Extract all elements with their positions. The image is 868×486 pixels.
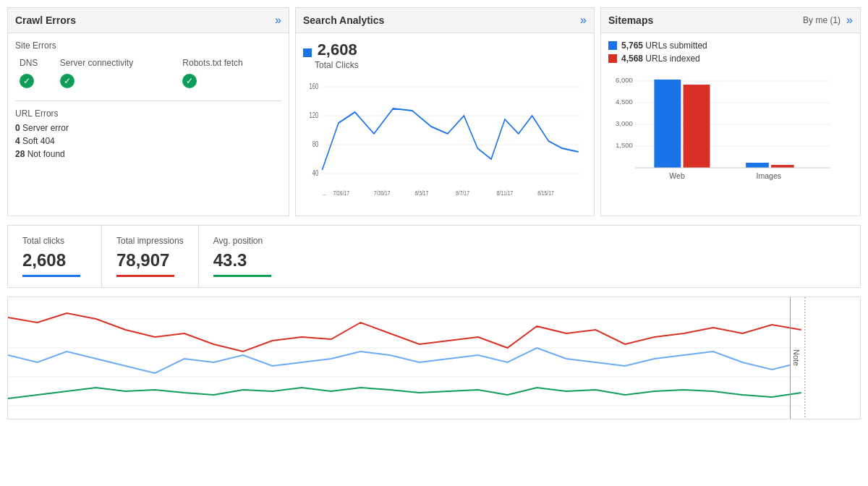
svg-text:6,000: 6,000 bbox=[616, 77, 633, 84]
bottom-chart: Note bbox=[7, 297, 861, 419]
sitemaps-title: Sitemaps bbox=[608, 14, 653, 26]
svg-text:80: 80 bbox=[312, 140, 318, 148]
svg-text:40: 40 bbox=[312, 169, 318, 177]
list-item: 28 Not found bbox=[15, 149, 281, 159]
metric-dot bbox=[303, 48, 312, 57]
search-line-chart: 160 120 80 40 ... 7/26/17 7/30/17 8/3/17 bbox=[303, 76, 587, 206]
url-errors-label: URL Errors bbox=[15, 108, 281, 119]
svg-text:8/11/17: 8/11/17 bbox=[497, 189, 514, 197]
stat-clicks-label: Total clicks bbox=[22, 236, 87, 246]
stat-avg-position: Avg. position 43.3 bbox=[199, 226, 293, 287]
svg-text:...: ... bbox=[322, 189, 326, 197]
legend-indexed: 4,568 URLs indexed bbox=[608, 54, 853, 64]
sitemaps-panel: Sitemaps By me (1) » 5,765 URLs submitte… bbox=[600, 7, 861, 216]
svg-text:4,500: 4,500 bbox=[616, 98, 633, 106]
legend-submitted: 5,765 URLs submitted bbox=[608, 40, 853, 51]
crawl-errors-header: Crawl Errors » bbox=[8, 8, 289, 33]
images-submitted-bar bbox=[746, 163, 769, 168]
submitted-count: 5,765 bbox=[621, 40, 643, 51]
total-clicks-count: 2,608 bbox=[318, 40, 357, 59]
stat-position-bar bbox=[213, 275, 271, 277]
error-count: 28 bbox=[15, 149, 25, 159]
svg-text:7/30/17: 7/30/17 bbox=[374, 189, 391, 197]
dns-check-icon bbox=[20, 74, 34, 88]
col-dns: DNS bbox=[15, 55, 56, 71]
stat-position-value: 43.3 bbox=[213, 250, 278, 270]
sitemaps-nav[interactable]: » bbox=[846, 14, 853, 27]
errors-divider bbox=[15, 101, 281, 101]
stat-impressions-label: Total impressions bbox=[116, 236, 184, 246]
stat-total-impressions: Total impressions 78,907 bbox=[102, 226, 199, 287]
search-analytics-title: Search Analytics bbox=[303, 14, 384, 26]
bottom-line-chart bbox=[8, 297, 860, 419]
search-analytics-header: Search Analytics » bbox=[296, 8, 594, 33]
search-analytics-panel: Search Analytics » 2,608 Total Clicks 16… bbox=[295, 7, 595, 216]
url-errors-list: 0 Server error 4 Soft 404 28 Not found bbox=[15, 123, 281, 159]
stat-clicks-bar bbox=[22, 275, 80, 277]
legend-red-dot bbox=[608, 54, 617, 63]
col-robots: Robots.txt fetch bbox=[178, 55, 281, 71]
sitemaps-bar-chart: 6,000 4,500 3,000 1,500 bbox=[608, 67, 853, 189]
server-check-icon bbox=[60, 74, 75, 88]
indexed-count: 4,568 bbox=[621, 54, 643, 64]
svg-text:Web: Web bbox=[669, 172, 685, 180]
svg-text:8/3/17: 8/3/17 bbox=[415, 189, 429, 197]
crawl-errors-title: Crawl Errors bbox=[15, 14, 76, 26]
sitemaps-header: Sitemaps By me (1) » bbox=[601, 8, 860, 33]
search-analytics-nav[interactable]: » bbox=[580, 14, 587, 27]
svg-text:120: 120 bbox=[310, 111, 319, 119]
web-submitted-bar bbox=[654, 80, 681, 168]
note-divider: Note bbox=[790, 297, 802, 419]
svg-text:1,500: 1,500 bbox=[616, 142, 633, 149]
svg-text:7/26/17: 7/26/17 bbox=[333, 189, 349, 197]
col-server: Server connectivity bbox=[56, 55, 179, 71]
site-errors-label: Site Errors bbox=[15, 40, 281, 51]
svg-text:3,000: 3,000 bbox=[616, 120, 633, 127]
svg-text:8/15/17: 8/15/17 bbox=[537, 189, 554, 197]
images-indexed-bar bbox=[771, 165, 794, 168]
list-item: 4 Soft 404 bbox=[15, 136, 281, 146]
error-count: 4 bbox=[15, 136, 20, 146]
sitemaps-nav-label: By me (1) bbox=[803, 15, 841, 25]
stat-impressions-bar bbox=[116, 275, 174, 277]
crawl-errors-nav[interactable]: » bbox=[275, 14, 281, 27]
svg-text:160: 160 bbox=[310, 82, 319, 90]
note-label: Note bbox=[791, 348, 802, 367]
web-indexed-bar bbox=[684, 85, 710, 168]
svg-text:Images: Images bbox=[757, 172, 782, 180]
robots-check-icon bbox=[182, 74, 197, 88]
stat-impressions-value: 78,907 bbox=[116, 250, 184, 270]
svg-text:8/7/17: 8/7/17 bbox=[456, 189, 469, 197]
crawl-errors-panel: Crawl Errors » Site Errors DNS Server co… bbox=[7, 7, 289, 216]
stat-position-label: Avg. position bbox=[213, 236, 278, 246]
error-count: 0 bbox=[15, 123, 20, 133]
stat-total-clicks: Total clicks 2,608 bbox=[8, 226, 102, 287]
site-errors-table: DNS Server connectivity Robots.txt fetch bbox=[15, 55, 281, 93]
stat-clicks-value: 2,608 bbox=[22, 250, 87, 270]
metric-highlight: 2,608 Total Clicks bbox=[303, 40, 587, 70]
legend-blue-dot bbox=[608, 41, 617, 50]
total-clicks-label: Total Clicks bbox=[315, 60, 359, 70]
stats-row: Total clicks 2,608 Total impressions 78,… bbox=[7, 225, 861, 288]
list-item: 0 Server error bbox=[15, 123, 281, 133]
